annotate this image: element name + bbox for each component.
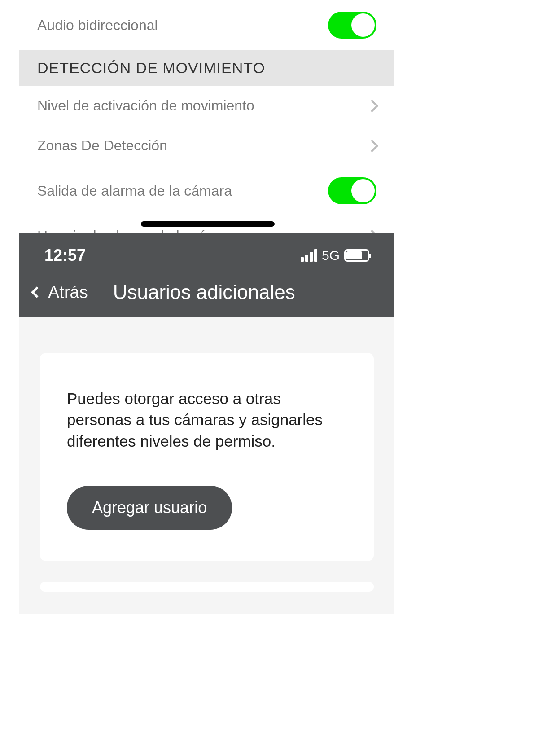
audio-bidirectional-toggle[interactable] (328, 12, 376, 39)
card-description: Puedes otorgar acceso a otras personas a… (67, 388, 347, 452)
page-title: Usuarios adicionales (113, 281, 295, 303)
camera-settings-panel: Audio bidireccional DETECCIÓN DE MOVIMIE… (19, 0, 394, 244)
camera-alarm-output-row: Salida de alarma de la cámara (19, 166, 394, 216)
navigation-bar: Atrás Usuarios adicionales (19, 274, 394, 317)
back-button[interactable]: Atrás (48, 283, 88, 302)
battery-icon (344, 249, 369, 262)
motion-activation-level-label: Nivel de activación de movimiento (37, 97, 254, 114)
motion-activation-level-row[interactable]: Nivel de activación de movimiento (19, 86, 394, 126)
secondary-card (40, 582, 374, 592)
network-type: 5G (322, 248, 340, 263)
home-indicator[interactable] (141, 221, 275, 227)
detection-zones-row[interactable]: Zonas De Detección (19, 126, 394, 166)
detection-zones-label: Zonas De Detección (37, 137, 167, 154)
add-user-button[interactable]: Agregar usuario (67, 486, 232, 530)
audio-bidirectional-row: Audio bidireccional (19, 0, 394, 50)
motion-detection-section-header: DETECCIÓN DE MOVIMIENTO (19, 50, 394, 86)
chevron-right-icon (366, 139, 378, 152)
status-right: 5G (301, 248, 369, 263)
status-time: 12:57 (44, 246, 86, 265)
chevron-right-icon (366, 99, 378, 112)
additional-users-screen: 12:57 5G Atrás Usuarios adicionales Pued… (19, 233, 394, 614)
status-bar: 12:57 5G (19, 233, 394, 274)
content-area: Puedes otorgar acceso a otras personas a… (19, 317, 394, 614)
camera-alarm-output-label: Salida de alarma de la cámara (37, 183, 232, 199)
info-card: Puedes otorgar acceso a otras personas a… (40, 353, 374, 561)
camera-alarm-output-toggle[interactable] (328, 177, 376, 204)
audio-bidirectional-label: Audio bidireccional (37, 17, 158, 34)
signal-icon (301, 249, 317, 262)
back-chevron-icon[interactable] (31, 286, 42, 298)
